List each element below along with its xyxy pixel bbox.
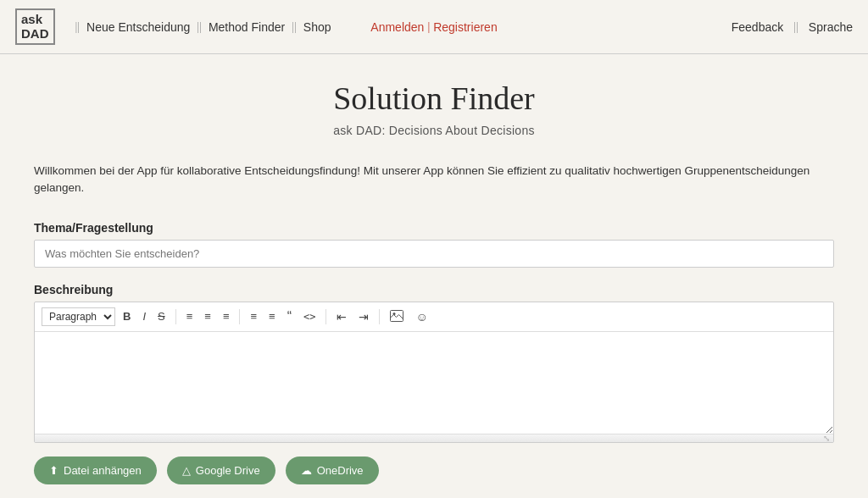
align-right-button[interactable]: ≡ [219, 308, 234, 324]
nav-pipe: | [427, 20, 430, 34]
toolbar-divider-2 [239, 309, 240, 324]
nav-link-method[interactable]: Method Finder [209, 20, 285, 34]
logo-line1: ask [21, 13, 49, 27]
main-content: Solution Finder ask DAD: Decisions About… [19, 54, 849, 498]
logo-line2: DAD [21, 27, 49, 42]
align-center-button[interactable]: ≡ [200, 308, 215, 324]
strikethrough-button[interactable]: S [153, 308, 170, 324]
onedrive-label: OneDrive [317, 464, 364, 477]
gdrive-icon: △ [182, 464, 191, 477]
nav-sep-3: || [292, 20, 297, 34]
toolbar-divider-4 [379, 309, 380, 324]
resize-icon: ⤡ [823, 434, 830, 443]
main-nav: ask DAD || Neue Entscheidung || Method F… [0, 0, 868, 54]
nav-link-neue[interactable]: Neue Entscheidung [86, 20, 190, 34]
thema-label: Thema/Fragestellung [34, 221, 834, 235]
paragraph-select[interactable]: Paragraph Heading 1 Heading 2 Heading 3 [42, 307, 115, 326]
onedrive-icon: ☁ [301, 464, 312, 477]
attach-file-button[interactable]: ⬆ Datei anhängen [34, 456, 157, 484]
toolbar-divider-3 [326, 309, 326, 324]
image-button[interactable] [386, 307, 408, 326]
gdrive-label: Google Drive [196, 464, 260, 477]
nav-auth-links: Anmelden | Registrieren [370, 20, 497, 34]
hero-section: Solution Finder ask DAD: Decisions About… [34, 80, 834, 137]
editor-toolbar: Paragraph Heading 1 Heading 2 Heading 3 … [35, 302, 833, 332]
nav-sep-4: || [793, 20, 798, 34]
bullet-list-button[interactable]: ≡ [246, 308, 261, 324]
hero-title: Solution Finder [34, 80, 834, 117]
nav-link-sprache[interactable]: Sprache [809, 20, 853, 34]
nav-sep-1: || [75, 20, 81, 34]
description-textarea[interactable] [35, 332, 833, 434]
decision-form: Thema/Fragestellung Beschreibung Paragra… [34, 221, 834, 484]
onedrive-button[interactable]: ☁ OneDrive [286, 456, 379, 484]
indent-in-button[interactable]: ⇥ [354, 308, 373, 325]
emoji-button[interactable]: ☺ [411, 308, 431, 325]
nav-right-links: Feedback || Sprache [732, 20, 853, 34]
nav-link-registrieren[interactable]: Registrieren [433, 20, 497, 34]
attach-icon: ⬆ [49, 464, 58, 477]
attach-label: Datei anhängen [64, 464, 142, 477]
blockquote-button[interactable]: “ [283, 307, 296, 326]
beschreibung-label: Beschreibung [34, 283, 834, 296]
indent-out-button[interactable]: ⇤ [332, 308, 351, 325]
code-button[interactable]: <> [299, 309, 320, 324]
logo[interactable]: ask DAD [15, 8, 55, 45]
nav-link-feedback[interactable]: Feedback [732, 20, 783, 34]
editor-resize-handle[interactable]: ⤡ [35, 434, 833, 442]
action-buttons: ⬆ Datei anhängen △ Google Drive ☁ OneDri… [34, 456, 834, 484]
bold-button[interactable]: B [119, 308, 135, 324]
toolbar-divider-1 [175, 309, 176, 324]
align-left-button[interactable]: ≡ [182, 308, 198, 324]
ordered-list-button[interactable]: ≡ [264, 308, 280, 324]
nav-link-shop[interactable]: Shop [303, 20, 331, 34]
italic-button[interactable]: I [138, 308, 150, 324]
google-drive-button[interactable]: △ Google Drive [167, 456, 275, 484]
nav-sep-2: || [197, 20, 202, 34]
nav-link-anmelden[interactable]: Anmelden [370, 20, 424, 34]
hero-subtitle: ask DAD: Decisions About Decisions [34, 124, 834, 137]
description-editor: Paragraph Heading 1 Heading 2 Heading 3 … [34, 302, 834, 443]
thema-input[interactable] [34, 240, 834, 268]
welcome-text: Willkommen bei der App für kollaborative… [34, 163, 834, 197]
